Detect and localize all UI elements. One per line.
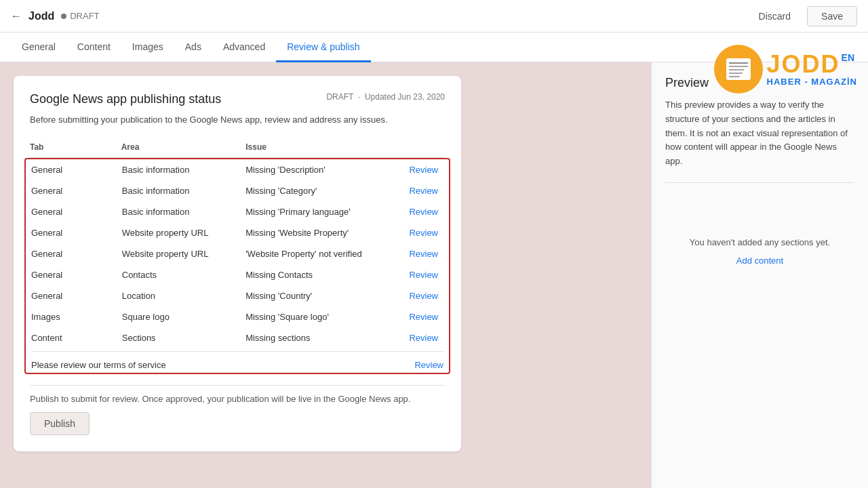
row-area: Basic information [122,159,245,180]
col-header-action [391,138,445,158]
row-action[interactable]: Review [390,201,443,222]
row-action[interactable]: Review [390,243,443,264]
row-issue: Missing 'Website Property' [245,222,390,243]
row-tab: Images [31,306,122,327]
card-description: Before submitting your publication to th… [30,115,445,125]
col-header-issue: Issue [245,138,391,158]
terms-text: Please review our terms of service [31,360,166,370]
publish-button[interactable]: Publish [30,412,90,435]
row-issue: Missing 'Primary language' [245,201,390,222]
row-area: Square logo [122,306,245,327]
draft-badge: DRAFT [61,11,99,21]
issues-table: Tab Area Issue [30,138,445,158]
logo-svg [724,54,753,84]
row-tab: General [31,264,122,285]
row-action[interactable]: Review [390,159,443,180]
row-area: Website property URL [122,243,245,264]
publishing-status-card: Google News app publishing status DRAFT … [14,76,461,451]
save-button[interactable]: Save [807,6,857,26]
issues-table-body: General Basic information Missing 'Descr… [31,159,443,348]
row-tab: General [31,201,122,222]
issues-table-head: Tab Area Issue [30,138,445,158]
draft-dot [61,14,66,19]
row-issue: Missing 'Country' [245,285,390,306]
main-layout: Google News app publishing status DRAFT … [0,62,868,488]
tab-review[interactable]: Review & publish [276,33,370,62]
tab-ads[interactable]: Ads [174,33,212,62]
card-status-label: DRAFT [326,92,353,102]
card-title: Google News app publishing status [30,92,221,106]
preview-empty-message: You haven't added any sections yet. [665,237,854,247]
app-name: Jodd [28,10,54,22]
row-tab: General [31,159,122,180]
draft-label: DRAFT [70,11,99,21]
col-header-area: Area [121,138,246,158]
table-row: General Basic information Missing 'Descr… [31,159,443,180]
row-area: Location [122,285,245,306]
row-issue: Missing sections [245,327,390,348]
right-panel: Preview This preview provides a way to v… [651,62,868,488]
issues-rows: General Basic information Missing 'Descr… [31,159,443,348]
tab-advanced[interactable]: Advanced [212,33,276,62]
table-row: Images Square logo Missing 'Square logo'… [31,306,443,327]
issues-bordered-section: General Basic information Missing 'Descr… [24,158,450,374]
tab-images[interactable]: Images [121,33,174,62]
topbar-right: Discard Save [749,6,857,26]
publish-description: Publish to submit for review. Once appro… [30,394,445,404]
row-area: Contacts [122,264,245,285]
table-row: General Contacts Missing Contacts Review [31,264,443,285]
terms-row: Please review our terms of service Revie… [31,351,443,373]
row-tab: General [31,285,122,306]
row-issue: Missing 'Square logo' [245,306,390,327]
table-row: General Website property URL 'Website Pr… [31,243,443,264]
row-action[interactable]: Review [390,222,443,243]
card-status-updated: Updated Jun 23, 2020 [365,92,445,102]
row-area: Website property URL [122,222,245,243]
row-issue: Missing Contacts [245,264,390,285]
row-issue: Missing 'Category' [245,180,390,201]
row-tab: General [31,222,122,243]
row-area: Basic information [122,201,245,222]
logo-subtitle-text: HABER - MAGAZİN [767,77,857,87]
publish-section: Publish to submit for review. Once appro… [30,385,445,435]
terms-review-link[interactable]: Review [414,360,443,370]
topbar: ← Jodd DRAFT Discard Save [0,0,868,33]
table-row: Content Sections Missing sections Review [31,327,443,348]
row-issue: 'Website Property' not verified [245,243,390,264]
row-action[interactable]: Review [390,306,443,327]
row-action[interactable]: Review [390,285,443,306]
topbar-left: ← Jodd DRAFT [11,10,100,22]
row-action[interactable]: Review [390,264,443,285]
back-button[interactable]: ← [11,10,22,22]
row-tab: General [31,180,122,201]
logo-area: JODD EN HABER - MAGAZİN [698,35,868,103]
card-header: Google News app publishing status DRAFT … [30,92,445,106]
row-action[interactable]: Review [390,180,443,201]
logo-en-text: EN [842,52,854,63]
logo-jodd-text: JODD [767,52,840,77]
table-row: General Basic information Missing 'Prima… [31,201,443,222]
left-panel: Google News app publishing status DRAFT … [0,62,651,488]
tab-general[interactable]: General [11,33,66,62]
table-row: General Location Missing 'Country' Revie… [31,285,443,306]
card-status: DRAFT · Updated Jun 23, 2020 [326,92,445,102]
discard-button[interactable]: Discard [749,7,800,26]
row-tab: General [31,243,122,264]
row-issue: Missing 'Description' [245,159,390,180]
preview-description: This preview provides a way to verify th… [665,98,854,169]
issues-table-header-row: Tab Area Issue [30,138,445,158]
row-tab: Content [31,327,122,348]
row-action[interactable]: Review [390,327,443,348]
row-area: Basic information [122,180,245,201]
logo-text-group: JODD EN HABER - MAGAZİN [767,52,857,87]
tab-content[interactable]: Content [66,33,121,62]
preview-divider [665,182,854,183]
table-row: General Website property URL Missing 'We… [31,222,443,243]
add-content-link[interactable]: Add content [665,256,854,266]
col-header-tab: Tab [30,138,121,158]
logo-icon [714,45,763,94]
table-row: General Basic information Missing 'Categ… [31,180,443,201]
row-area: Sections [122,327,245,348]
